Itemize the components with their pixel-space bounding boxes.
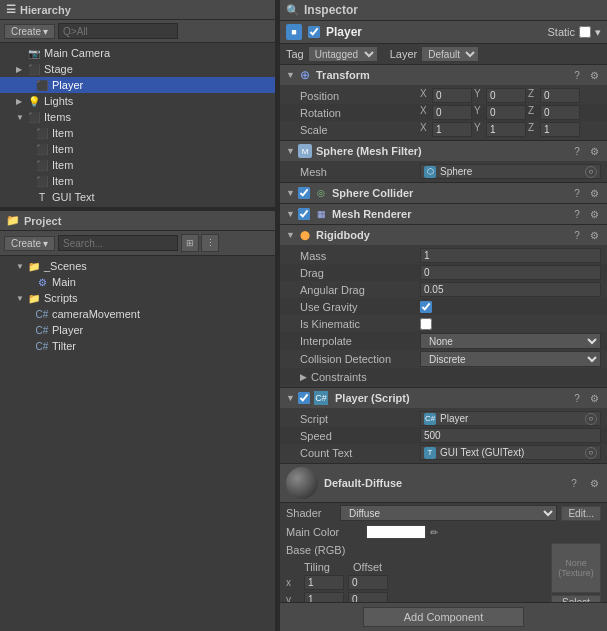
speed-input[interactable]	[420, 428, 601, 443]
mesh-filter-component: ▼ M Sphere (Mesh Filter) ? ⚙ Mesh ⬡ Sphe…	[280, 141, 607, 183]
position-y-input[interactable]	[486, 88, 526, 103]
script-select-dot[interactable]: ○	[585, 413, 597, 425]
sphere-collider-active-checkbox[interactable]	[298, 187, 310, 199]
player-script-title: Player (Script)	[335, 392, 566, 404]
z-label: Z	[528, 122, 538, 137]
mesh-renderer-settings-icon[interactable]: ⚙	[587, 207, 601, 221]
rotation-z-input[interactable]	[540, 105, 580, 120]
object-cube-icon: ■	[286, 24, 302, 40]
tree-item-gui-text[interactable]: T GUI Text	[0, 189, 275, 205]
y-tiling-input[interactable]	[304, 592, 344, 602]
tree-item-main-scene[interactable]: ⚙ Main	[0, 274, 275, 290]
transform-help-icon[interactable]: ?	[570, 68, 584, 82]
collision-detection-select[interactable]: Discrete	[420, 351, 601, 367]
shader-edit-button[interactable]: Edit...	[561, 506, 601, 521]
tree-item-scripts[interactable]: ▼ 📁 Scripts	[0, 290, 275, 306]
tree-item-scenes[interactable]: ▼ 📁 _Scenes	[0, 258, 275, 274]
tree-item-item4[interactable]: ⬛ Item	[0, 173, 275, 189]
scale-y-input[interactable]	[486, 122, 526, 137]
material-settings-icon[interactable]: ⚙	[587, 476, 601, 490]
tag-select[interactable]: Untagged	[308, 46, 378, 62]
is-kinematic-checkbox[interactable]	[420, 318, 432, 330]
constraints-row: ▶ Constraints	[280, 368, 607, 385]
material-help-icon[interactable]: ?	[567, 476, 581, 490]
rotation-y-input[interactable]	[486, 105, 526, 120]
interpolate-row: Interpolate None	[280, 332, 607, 350]
mesh-filter-settings-icon[interactable]: ⚙	[587, 144, 601, 158]
rigidbody-header[interactable]: ▼ ⬤ Rigidbody ? ⚙	[280, 225, 607, 245]
csharp-script-icon: C#	[35, 323, 49, 337]
y-offset-input[interactable]	[348, 592, 388, 602]
mass-input[interactable]	[420, 248, 601, 263]
player-script-help-icon[interactable]: ?	[570, 391, 584, 405]
add-component-button[interactable]: Add Component	[363, 607, 525, 627]
speed-row: Speed	[280, 427, 607, 444]
search-filter-icon[interactable]: ⊞	[181, 234, 199, 252]
tree-item-lights[interactable]: ▶ 💡 Lights	[0, 93, 275, 109]
tree-item-main-camera[interactable]: 📷 Main Camera	[0, 45, 275, 61]
object-active-checkbox[interactable]	[308, 26, 320, 38]
player-script-settings-icon[interactable]: ⚙	[587, 391, 601, 405]
drag-input[interactable]	[420, 265, 601, 280]
tree-label: Player	[52, 79, 83, 91]
layer-select[interactable]: Default	[421, 46, 479, 62]
rigidbody-actions: ? ⚙	[570, 228, 601, 242]
mesh-filter-header[interactable]: ▼ M Sphere (Mesh Filter) ? ⚙	[280, 141, 607, 161]
rotation-x-input[interactable]	[432, 105, 472, 120]
use-gravity-checkbox[interactable]	[420, 301, 432, 313]
texture-select-button[interactable]: Select	[551, 595, 601, 602]
main-color-swatch[interactable]	[366, 525, 426, 539]
tree-item-camera-movement[interactable]: C# cameraMovement	[0, 306, 275, 322]
mesh-renderer-help-icon[interactable]: ?	[570, 207, 584, 221]
search-lock-icon[interactable]: ⋮	[201, 234, 219, 252]
mesh-renderer-header[interactable]: ▼ ▦ Mesh Renderer ? ⚙	[280, 204, 607, 224]
sphere-collider-header[interactable]: ▼ ◎ Sphere Collider ? ⚙	[280, 183, 607, 203]
tree-item-stage[interactable]: ▶ ⬛ Stage	[0, 61, 275, 77]
sphere-collider-help-icon[interactable]: ?	[570, 186, 584, 200]
shader-select[interactable]: Diffuse	[340, 505, 557, 521]
scale-x-input[interactable]	[432, 122, 472, 137]
mesh-renderer-active-checkbox[interactable]	[298, 208, 310, 220]
angular-drag-input[interactable]	[420, 282, 601, 297]
transform-header[interactable]: ▼ ⊕ Transform ? ⚙	[280, 65, 607, 85]
tree-item-item1[interactable]: ⬛ Item	[0, 125, 275, 141]
rigidbody-help-icon[interactable]: ?	[570, 228, 584, 242]
mass-row: Mass	[280, 247, 607, 264]
rigidbody-settings-icon[interactable]: ⚙	[587, 228, 601, 242]
mesh-select-dot[interactable]: ○	[585, 166, 597, 178]
count-text-select-dot[interactable]: ○	[585, 447, 597, 459]
color-edit-icon[interactable]: ✏	[430, 527, 438, 538]
mesh-filter-icon: M	[298, 144, 312, 158]
project-search-input[interactable]	[58, 235, 178, 251]
tree-item-items[interactable]: ▼ ⬛ Items	[0, 109, 275, 125]
project-create-button[interactable]: Create ▾	[4, 236, 55, 251]
sphere-collider-title: Sphere Collider	[332, 187, 566, 199]
position-x-input[interactable]	[432, 88, 472, 103]
tree-item-player[interactable]: ⬛ Player	[0, 77, 275, 93]
tree-item-tilter[interactable]: C# Tilter	[0, 338, 275, 354]
scripts-folder-icon: 📁	[27, 291, 41, 305]
tiling-header: Tiling	[304, 561, 349, 573]
texture-none-preview[interactable]: None (Texture)	[551, 543, 601, 593]
transform-settings-icon[interactable]: ⚙	[587, 68, 601, 82]
static-checkbox[interactable]	[579, 26, 591, 38]
x-label: X	[420, 88, 430, 103]
player-script-active-checkbox[interactable]	[298, 392, 310, 404]
base-rgb-label: Base (RGB)	[286, 544, 366, 556]
material-sphere-preview	[286, 467, 318, 499]
sphere-collider-icon: ◎	[314, 186, 328, 200]
tree-item-item3[interactable]: ⬛ Item	[0, 157, 275, 173]
hierarchy-search-input[interactable]	[58, 23, 178, 39]
tree-item-player-script[interactable]: C# Player	[0, 322, 275, 338]
hierarchy-create-button[interactable]: Create ▾	[4, 24, 55, 39]
player-script-header[interactable]: ▼ C# Player (Script) ? ⚙	[280, 388, 607, 408]
mesh-filter-help-icon[interactable]: ?	[570, 144, 584, 158]
x-tiling-input[interactable]	[304, 575, 344, 590]
mesh-filter-title: Sphere (Mesh Filter)	[316, 145, 566, 157]
tree-item-item2[interactable]: ⬛ Item	[0, 141, 275, 157]
scale-z-input[interactable]	[540, 122, 580, 137]
x-offset-input[interactable]	[348, 575, 388, 590]
position-z-input[interactable]	[540, 88, 580, 103]
interpolate-select[interactable]: None	[420, 333, 601, 349]
sphere-collider-settings-icon[interactable]: ⚙	[587, 186, 601, 200]
